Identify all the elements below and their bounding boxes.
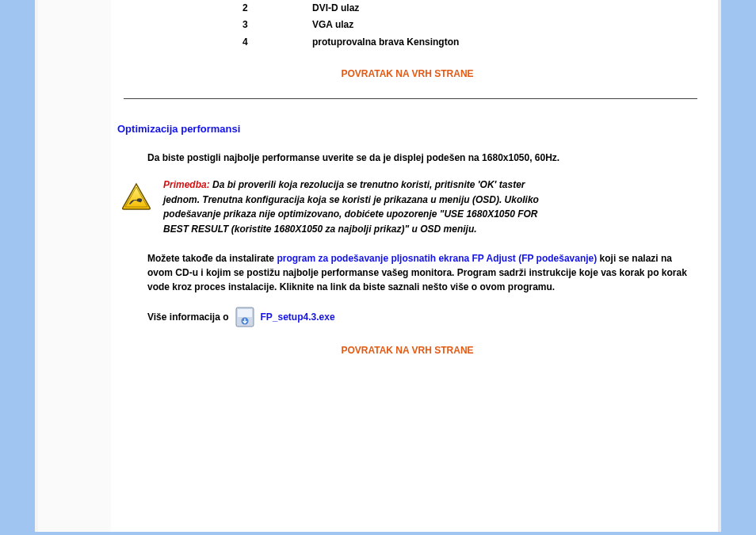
port-number: 4 — [238, 34, 312, 51]
port-label: DVI-D ulaz — [312, 0, 459, 17]
file-icon — [235, 307, 254, 327]
svg-point-0 — [137, 198, 142, 201]
table-row: 2DVI-D ulaz — [238, 0, 459, 17]
install-text-pre: Možete takođe da instalirate — [147, 253, 277, 264]
section-divider — [124, 98, 697, 99]
note-body: Da bi proverili koja rezolucija se trenu… — [163, 179, 539, 235]
main-content: 2DVI-D ulaz3VGA ulaz4protuprovalna brava… — [111, 0, 718, 532]
intro-paragraph: Da biste postigli najbolje performanse u… — [147, 151, 696, 165]
port-number: 2 — [238, 0, 312, 17]
ports-table: 2DVI-D ulaz3VGA ulaz4protuprovalna brava… — [238, 0, 459, 51]
port-number: 3 — [238, 17, 312, 33]
warning-icon — [120, 182, 152, 211]
more-info-row: Više informacija o FP_setup4.3.exe — [147, 307, 704, 327]
table-row: 3VGA ulaz — [238, 17, 459, 33]
back-to-top-row-2: POVRATAK NA VRH STRANE — [111, 345, 704, 356]
section-title: Optimizacija performansi — [117, 123, 704, 135]
svg-rect-2 — [238, 309, 252, 317]
port-label: protuprovalna brava Kensington — [312, 34, 459, 51]
sidebar — [38, 0, 112, 532]
fp-adjust-link[interactable]: program za podešavanje pljosnatih ekrana… — [277, 253, 597, 264]
back-to-top-row: POVRATAK NA VRH STRANE — [111, 68, 704, 79]
page-frame: 2DVI-D ulaz3VGA ulaz4protuprovalna brava… — [0, 0, 756, 535]
note-label: Primedba: — [163, 179, 210, 190]
file-link[interactable]: FP_setup4.3.exe — [261, 311, 335, 323]
more-info-label: Više informacija o — [147, 311, 229, 323]
table-row: 4protuprovalna brava Kensington — [238, 34, 459, 51]
install-paragraph: Možete takođe da instalirate program za … — [147, 251, 696, 294]
note-text: Primedba: Da bi proverili koja rezolucij… — [163, 178, 552, 236]
back-to-top-link[interactable]: POVRATAK NA VRH STRANE — [341, 68, 473, 79]
note-row: Primedba: Da bi proverili koja rezolucij… — [120, 178, 704, 236]
back-to-top-link-2[interactable]: POVRATAK NA VRH STRANE — [341, 345, 473, 356]
port-label: VGA ulaz — [312, 17, 459, 33]
